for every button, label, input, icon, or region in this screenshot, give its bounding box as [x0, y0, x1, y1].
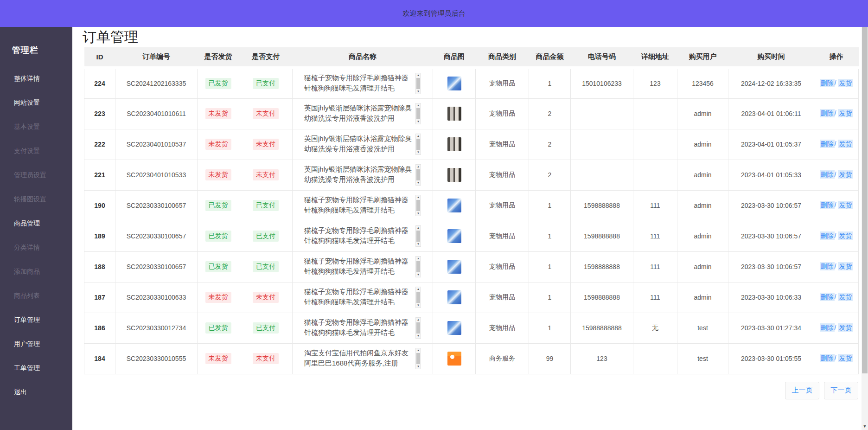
- scroll-thumb[interactable]: [416, 78, 420, 89]
- scroll-up-icon[interactable]: ▲: [417, 257, 420, 261]
- ship-link[interactable]: 发货: [838, 170, 853, 179]
- scroll-up-icon[interactable]: ▲: [417, 348, 420, 353]
- scrollbar-down-arrow-icon[interactable]: ▼: [862, 424, 868, 429]
- scroll-down-icon[interactable]: ▼: [417, 334, 420, 338]
- sidebar-item-category-details[interactable]: 分类详情: [0, 236, 72, 260]
- ship-link[interactable]: 发货: [838, 79, 853, 87]
- ship-link[interactable]: 发货: [838, 354, 853, 362]
- next-page-button[interactable]: 下一页: [824, 382, 858, 399]
- scroll-down-icon[interactable]: ▼: [417, 303, 420, 308]
- scroll-down-icon[interactable]: ▼: [417, 365, 420, 369]
- product-name-scrollbar[interactable]: ▲ ▼: [415, 73, 421, 94]
- scroll-up-icon[interactable]: ▲: [417, 73, 420, 77]
- sidebar-item-admin-settings[interactable]: 管理员设置: [0, 163, 72, 187]
- scroll-up-icon[interactable]: ▲: [417, 103, 420, 108]
- delete-link[interactable]: 删除: [820, 323, 835, 332]
- delete-link[interactable]: 删除: [820, 109, 835, 117]
- scroll-thumb[interactable]: [416, 322, 420, 334]
- scroll-thumb[interactable]: [416, 292, 420, 303]
- sidebar-item-payment-settings[interactable]: 支付设置: [0, 139, 72, 163]
- product-name-cell: 猫梳子宠物专用除浮毛刷撸猫神器针梳狗狗猫咪毛发清理开结毛 ▲ ▼: [293, 251, 433, 282]
- scroll-thumb[interactable]: [416, 200, 420, 211]
- address-cell: 111: [633, 190, 677, 221]
- scroll-down-icon[interactable]: ▼: [417, 273, 420, 277]
- sidebar-item-order-management[interactable]: 订单管理: [0, 308, 72, 332]
- amount-cell: 2: [529, 160, 571, 190]
- ship-link[interactable]: 发货: [838, 293, 853, 301]
- delete-link[interactable]: 删除: [820, 79, 835, 87]
- scroll-thumb[interactable]: [416, 261, 420, 272]
- scroll-up-icon[interactable]: ▲: [417, 195, 420, 199]
- time-cell: 2023-03-30 01:27:34: [728, 313, 814, 343]
- scrollbar-thumb[interactable]: [862, 27, 868, 373]
- product-name-cell: 猫梳子宠物专用除浮毛刷撸猫神器针梳狗狗猫咪毛发清理开结毛 ▲ ▼: [293, 68, 433, 98]
- sidebar-item-product-management[interactable]: 商品管理: [0, 212, 72, 236]
- scroll-down-icon[interactable]: ▼: [417, 212, 420, 216]
- time-cell: 2023-03-30 10:06:33: [728, 282, 814, 313]
- delete-link[interactable]: 删除: [820, 354, 835, 362]
- delete-link[interactable]: 删除: [820, 293, 835, 301]
- scroll-up-icon[interactable]: ▲: [417, 318, 420, 322]
- phone-cell: 1598888888: [571, 282, 633, 313]
- scroll-thumb[interactable]: [416, 231, 420, 242]
- scroll-down-icon[interactable]: ▼: [417, 181, 420, 185]
- product-image-cell: [433, 343, 476, 374]
- order-row: 190 SC20230330100657 已发货 已支付 猫梳子宠物专用除浮毛刷…: [84, 190, 859, 221]
- ship-link[interactable]: 发货: [838, 201, 853, 209]
- order-id-cell: 186: [84, 313, 115, 343]
- product-name-scrollbar[interactable]: ▲ ▼: [415, 134, 421, 155]
- scroll-down-icon[interactable]: ▼: [417, 120, 420, 124]
- sidebar-item-overall-details[interactable]: 整体详情: [0, 67, 72, 91]
- product-name-scrollbar[interactable]: ▲ ▼: [415, 164, 421, 186]
- delete-link[interactable]: 删除: [820, 231, 835, 240]
- product-name-scrollbar[interactable]: ▲ ▼: [415, 195, 421, 216]
- scroll-up-icon[interactable]: ▲: [417, 165, 420, 169]
- sidebar-item-logout[interactable]: 退出: [0, 380, 72, 404]
- product-name-scrollbar[interactable]: ▲ ▼: [415, 287, 421, 308]
- scroll-thumb[interactable]: [416, 353, 420, 364]
- order-no-cell: SC20230330100657: [115, 251, 198, 282]
- scroll-up-icon[interactable]: ▲: [417, 287, 420, 291]
- scroll-thumb[interactable]: [416, 169, 420, 180]
- vertical-scrollbar[interactable]: ▼: [862, 27, 868, 430]
- action-separator: /: [835, 293, 836, 301]
- ship-link[interactable]: 发货: [838, 323, 853, 332]
- sidebar-item-add-product[interactable]: 添加商品: [0, 260, 72, 284]
- order-no-cell: SC20230401010611: [115, 98, 198, 129]
- product-name-scrollbar[interactable]: ▲ ▼: [415, 317, 421, 339]
- product-name-cell: 英国jhly银渐层猫咪沐浴露宠物除臭幼猫洗澡专用浴液香波洗护用 ▲ ▼: [293, 98, 433, 129]
- scroll-down-icon[interactable]: ▼: [417, 150, 420, 154]
- ship-link[interactable]: 发货: [838, 262, 853, 270]
- product-name-scrollbar[interactable]: ▲ ▼: [415, 348, 421, 369]
- scroll-thumb[interactable]: [416, 139, 420, 150]
- ship-link[interactable]: 发货: [838, 109, 853, 117]
- pay-status-badge: 未支付: [253, 139, 279, 150]
- ship-link[interactable]: 发货: [838, 140, 853, 148]
- product-image-cell: [433, 129, 476, 160]
- prev-page-button[interactable]: 上一页: [785, 382, 819, 399]
- product-name-scrollbar[interactable]: ▲ ▼: [415, 256, 421, 277]
- sidebar-item-user-management[interactable]: 用户管理: [0, 332, 72, 356]
- sidebar-item-ticket-management[interactable]: 工单管理: [0, 356, 72, 380]
- scroll-up-icon[interactable]: ▲: [417, 134, 420, 138]
- delete-link[interactable]: 删除: [820, 262, 835, 270]
- ship-link[interactable]: 发货: [838, 231, 853, 240]
- product-name-text: 猫梳子宠物专用除浮毛刷撸猫神器针梳狗狗猫咪毛发清理开结毛: [304, 287, 415, 308]
- sidebar-item-product-list[interactable]: 商品列表: [0, 284, 72, 308]
- sidebar-item-site-settings[interactable]: 网站设置: [0, 91, 72, 115]
- sidebar-item-carousel-settings[interactable]: 轮播图设置: [0, 187, 72, 212]
- delete-link[interactable]: 删除: [820, 140, 835, 148]
- order-row: 188 SC20230330100657 已发货 已支付 猫梳子宠物专用除浮毛刷…: [84, 251, 859, 282]
- pay-status-badge: 已支付: [253, 231, 279, 242]
- category-cell: 宠物用品: [476, 98, 529, 129]
- scroll-up-icon[interactable]: ▲: [417, 226, 420, 230]
- sidebar-item-basic-settings[interactable]: 基本设置: [0, 115, 72, 139]
- address-cell: 111: [633, 282, 677, 313]
- scroll-thumb[interactable]: [416, 108, 420, 119]
- delete-link[interactable]: 删除: [820, 170, 835, 179]
- scroll-down-icon[interactable]: ▼: [417, 90, 420, 94]
- scroll-down-icon[interactable]: ▼: [417, 242, 420, 246]
- product-name-scrollbar[interactable]: ▲ ▼: [415, 225, 421, 247]
- product-name-scrollbar[interactable]: ▲ ▼: [415, 103, 421, 124]
- delete-link[interactable]: 删除: [820, 201, 835, 209]
